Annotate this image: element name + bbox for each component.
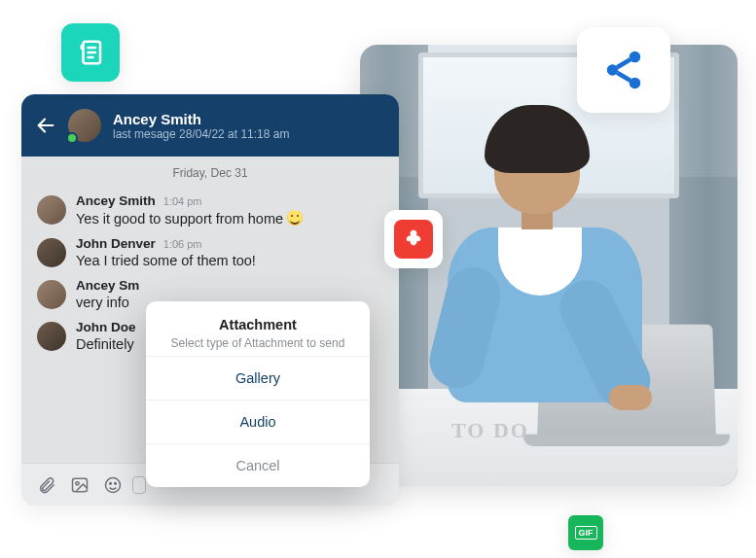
svg-point-4 bbox=[110, 482, 112, 484]
smile-emoji-icon bbox=[287, 210, 303, 226]
document-tile[interactable] bbox=[61, 23, 120, 82]
person bbox=[428, 113, 662, 424]
header-last-message: last mesage 28/04/22 at 11:18 am bbox=[113, 127, 289, 141]
date-separator: Friday, Dec 31 bbox=[21, 157, 399, 184]
message-row: John Denver 1:06 pm Yea I tried some of … bbox=[37, 236, 383, 268]
pdf-icon bbox=[403, 228, 424, 250]
message-sender: Ancey Smith bbox=[76, 193, 156, 208]
message-sender: Ancey Sm bbox=[76, 278, 139, 293]
avatar[interactable] bbox=[37, 280, 66, 309]
share-icon bbox=[601, 48, 646, 92]
modal-title: Attachment bbox=[163, 317, 352, 332]
back-icon[interactable] bbox=[35, 115, 56, 136]
message-time: 1:04 pm bbox=[163, 195, 202, 207]
attachment-modal: Attachment Select type of Attachment to … bbox=[146, 301, 370, 487]
paperclip-icon[interactable] bbox=[37, 475, 56, 495]
message-sender: John Denver bbox=[76, 236, 156, 251]
svg-point-3 bbox=[106, 477, 121, 492]
message-time: 1:06 pm bbox=[163, 238, 202, 250]
avatar[interactable] bbox=[37, 195, 66, 225]
message-text: Yea I tried some of them too! bbox=[76, 253, 383, 268]
image-icon[interactable] bbox=[70, 475, 90, 495]
text-input-stub[interactable] bbox=[132, 476, 146, 494]
gif-tile[interactable]: GIF bbox=[568, 515, 603, 550]
chat-header: Ancey Smith last mesage 28/04/22 at 11:1… bbox=[21, 94, 399, 157]
svg-point-5 bbox=[115, 482, 117, 484]
status-online-dot bbox=[66, 132, 78, 144]
modal-subtitle: Select type of Attachment to send bbox=[163, 336, 352, 350]
message-row: Ancey Smith 1:04 pm Yes it good to suppo… bbox=[37, 193, 383, 227]
svg-point-2 bbox=[76, 481, 79, 484]
header-contact-name: Ancey Smith bbox=[113, 111, 289, 127]
emoji-icon[interactable] bbox=[103, 475, 123, 495]
header-avatar[interactable] bbox=[68, 109, 101, 142]
avatar[interactable] bbox=[37, 238, 66, 267]
modal-cancel[interactable]: Cancel bbox=[146, 443, 370, 487]
avatar[interactable] bbox=[37, 322, 66, 351]
share-tile[interactable] bbox=[577, 27, 670, 113]
modal-option-gallery[interactable]: Gallery bbox=[146, 356, 370, 400]
document-icon bbox=[76, 38, 105, 67]
gif-icon: GIF bbox=[575, 526, 597, 540]
svg-rect-1 bbox=[73, 478, 88, 491]
modal-option-audio[interactable]: Audio bbox=[146, 400, 370, 443]
pdf-tile[interactable] bbox=[384, 210, 443, 268]
message-sender: John Doe bbox=[76, 320, 136, 334]
message-text: Yes it good to support from home bbox=[76, 210, 383, 227]
